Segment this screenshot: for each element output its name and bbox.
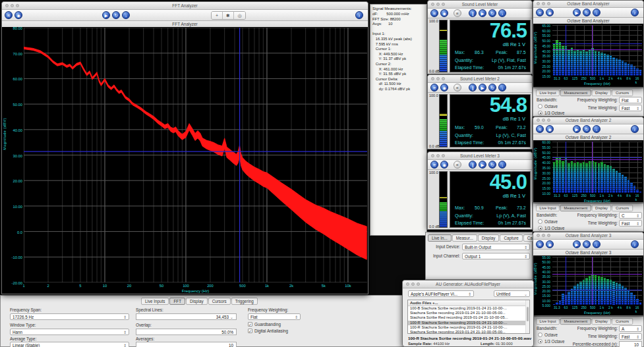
oba-titlebar[interactable]: Octave Band Analyzer 2 [533, 117, 643, 124]
spectral-lines-field[interactable]: 34,453 ⌄ [136, 313, 237, 320]
oba-plot[interactable] [552, 257, 642, 305]
play-button[interactable]: ▶ [573, 240, 581, 248]
tab-triggering[interactable]: Triggering [231, 298, 258, 305]
tab-display[interactable]: Display [591, 205, 611, 211]
digital-antialiasing-checkbox[interactable]: ✓ Digital Antialiasing [248, 329, 288, 333]
slm-titlebar[interactable]: Sound Level Meter [428, 1, 532, 9]
input-device-select[interactable]: Built-in Output ⇕ [462, 244, 530, 250]
zoom-button[interactable] [442, 3, 445, 6]
play-button[interactable]: ▶ [102, 11, 110, 19]
close-button[interactable] [431, 154, 434, 157]
close-button[interactable] [537, 234, 540, 237]
file-row[interactable]: 100-R Stachura Scribe recording 2019-01-… [408, 321, 529, 325]
pause-button[interactable]: ∥ [469, 9, 477, 17]
play-button[interactable]: ▶ [479, 84, 486, 92]
time-weighting-select[interactable]: Fast⇕ [619, 333, 642, 340]
zoom-button[interactable] [16, 4, 19, 7]
restart-button[interactable]: ↻ [488, 161, 496, 169]
info-button[interactable]: i [631, 125, 639, 133]
zoom-button[interactable] [547, 234, 550, 237]
time-weighting-select[interactable]: Fast⇕ [619, 105, 642, 111]
fft-analyzer-titlebar[interactable]: FFT Analyzer [2, 2, 368, 10]
input-button[interactable]: ≋ [536, 125, 544, 133]
pause-button[interactable]: ∥ [469, 161, 477, 169]
restart-button[interactable]: ↻ [488, 84, 496, 92]
overlap-field[interactable]: 50.0% [136, 329, 237, 335]
save-button[interactable]: ↓ [593, 125, 600, 133]
tab-live-input[interactable]: Live Input [536, 205, 560, 211]
close-button[interactable] [406, 282, 409, 286]
oba-plot[interactable] [552, 25, 642, 76]
averages-field[interactable]: 10 [136, 342, 237, 347]
vertical-cursor[interactable] [566, 25, 566, 76]
channels-button[interactable]: ◉ [440, 84, 448, 92]
oba-frequency-weighting-select[interactable]: Flat⇕ [619, 97, 642, 103]
percentile-field[interactable]: 10 [619, 341, 642, 347]
input-channel-select[interactable]: Output 1 ⇕ [462, 253, 530, 259]
tab-cursors[interactable]: Cursors [612, 318, 632, 325]
third-octave-radio[interactable]: 1/3 Octave [538, 226, 564, 230]
info-button[interactable]: i [355, 11, 363, 19]
minimize-button[interactable] [542, 2, 545, 5]
minimize-button[interactable] [436, 77, 440, 80]
file-list-header[interactable]: Audio Files +... [408, 300, 529, 306]
frequency-span-select[interactable]: 17226.5 Hz ⇕ [10, 313, 129, 320]
save-button[interactable]: ↓ [498, 9, 506, 17]
fft-frequency-weighting-select[interactable]: Flat ⇕ [248, 313, 301, 320]
file-row[interactable]: 100-R Stachura Scribe recording 2019-01-… [408, 325, 529, 330]
play-button[interactable]: ▶ [573, 125, 581, 133]
scale-button[interactable]: ≡ [454, 84, 461, 92]
add-button[interactable]: + [212, 12, 223, 19]
minimize-button[interactable] [411, 282, 415, 286]
info-button[interactable]: i [631, 240, 639, 248]
channels-button[interactable]: ◉ [15, 11, 22, 19]
file-list-scrollbar[interactable] [525, 300, 529, 333]
restart-button[interactable]: ↻ [583, 240, 591, 248]
channels-button[interactable]: ◉ [546, 240, 554, 248]
tab-display[interactable]: Display [186, 298, 208, 305]
third-octave-radio[interactable]: 1/3 Octave [538, 111, 564, 115]
minimize-button[interactable] [542, 234, 545, 237]
input-button[interactable]: ≋ [430, 84, 438, 92]
input-button[interactable]: ≋ [430, 9, 438, 17]
minimize-button[interactable] [436, 3, 440, 6]
slm-titlebar[interactable]: Sound Level Meter 2 [428, 75, 532, 83]
tab-live-input[interactable]: Live Input [536, 90, 560, 96]
channels-button[interactable]: ◉ [546, 125, 554, 133]
tab-measurement[interactable]: Measurement [560, 205, 591, 211]
zoom-button[interactable] [442, 77, 445, 80]
time-weighting-select[interactable]: Fast⇕ [619, 220, 642, 227]
tab-live-inputs[interactable]: Live Inputs [141, 298, 169, 305]
close-button[interactable] [431, 77, 434, 80]
save-button[interactable]: ↓ [498, 84, 506, 92]
guardbanding-checkbox[interactable]: ✓ Guardbanding [248, 322, 281, 327]
tab-cursors[interactable]: Cursors [612, 205, 632, 211]
vertical-cursor[interactable] [592, 142, 593, 193]
play-button[interactable]: ▶ [573, 9, 581, 16]
tab-cursors[interactable]: Cursors [208, 298, 231, 305]
tab-measurement[interactable]: Measurement [560, 318, 591, 325]
tab-measur[interactable]: Measur... [452, 234, 477, 242]
file-row[interactable]: 100-B Stachura Scribe recording 2019-01-… [408, 306, 529, 311]
octave-radio[interactable]: Octave [538, 104, 558, 109]
oba-frequency-weighting-select[interactable]: C⇕ [619, 212, 642, 219]
close-button[interactable] [431, 3, 434, 6]
tab-display[interactable]: Display [591, 318, 611, 325]
input-button[interactable]: ≋ [430, 161, 438, 169]
slm-titlebar[interactable]: Sound Level Meter 3 [428, 152, 532, 160]
close-button[interactable] [537, 119, 540, 122]
tab-capture[interactable]: Capture [500, 234, 522, 242]
tab-live-input[interactable]: Live Input [536, 318, 560, 325]
tab-live-in[interactable]: Live In... [428, 234, 452, 242]
zoom-button[interactable] [442, 154, 445, 157]
file-row[interactable]: Stachura Scribe recording 2019-01-24 21-… [408, 311, 529, 315]
au-generator-titlebar[interactable]: AU Generator: AUAudioFilePlayer [403, 280, 533, 288]
close-button[interactable] [537, 2, 540, 5]
fft-plot[interactable] [24, 28, 367, 282]
tab-fft[interactable]: FFT [169, 298, 185, 305]
vertical-cursor[interactable] [592, 25, 593, 76]
info-button[interactable]: i [631, 9, 639, 16]
restart-button[interactable]: ↻ [112, 11, 120, 19]
channels-button[interactable]: ◉ [440, 9, 448, 17]
restart-button[interactable]: ↻ [488, 9, 496, 17]
